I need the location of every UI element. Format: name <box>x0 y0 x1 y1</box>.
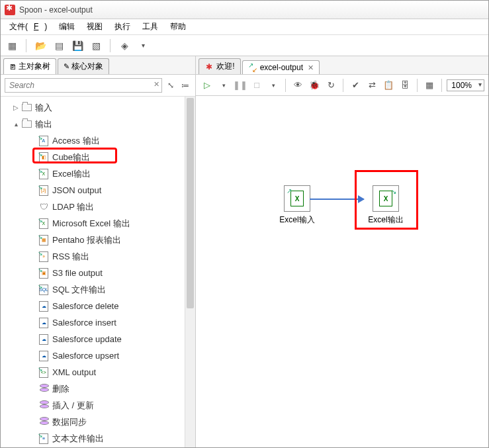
stop-button[interactable]: □ <box>249 78 264 93</box>
step-icon: X↘ <box>38 168 50 180</box>
tree-item-sf-insert[interactable]: ☁Salesforce insert <box>3 314 195 331</box>
node-label: Excel输出 <box>368 214 403 226</box>
preview-button[interactable]: 👁 <box>290 78 305 93</box>
tree-item-access[interactable]: A↘Access 输出 <box>3 132 195 149</box>
sidebar-tabs: 🖹 主对象树 ✎ 核心对象 <box>1 56 195 75</box>
tree-item-excel[interactable]: X↘Excel输出 <box>3 165 195 182</box>
tree-item-xml[interactable]: <>↘XML output <box>3 364 195 381</box>
tree-item-ldap[interactable]: 🛡LDAP 输出 <box>3 199 195 215</box>
menu-edit[interactable]: 编辑 <box>53 20 81 34</box>
step-icon: ☁ <box>38 334 50 345</box>
tree-item-textfile[interactable]: ≡↘文本文件输出 <box>3 430 195 447</box>
tree-item-rss[interactable]: »↘RSS 输出 <box>3 248 195 265</box>
stop-dropdown[interactable]: ▾ <box>266 78 281 93</box>
expand-icon[interactable]: ▷ <box>11 104 21 111</box>
tree-item-pentaho[interactable]: ▦↘Pentaho 报表输出 <box>3 232 195 248</box>
tab-welcome[interactable]: ✱ 欢迎! <box>199 58 240 74</box>
tree-item-sync[interactable]: 数据同步 <box>3 414 195 430</box>
save-as-button[interactable]: ▧ <box>89 38 103 53</box>
step-icon: X↘ <box>38 218 50 230</box>
tab-excel-output[interactable]: ↗↙ excel-output ✕ <box>242 60 320 74</box>
canvas[interactable]: X ↗ Excel输入 X ↘ Excel输出 <box>196 96 488 447</box>
perspective-button[interactable]: ◈ <box>117 38 132 53</box>
menubar: 文件(F) 编辑 视图 执行 工具 帮助 <box>1 19 488 35</box>
welcome-icon: ✱ <box>204 62 214 71</box>
menu-view[interactable]: 视图 <box>81 20 109 34</box>
perspective-dropdown[interactable]: ▾ <box>136 38 150 53</box>
menu-run[interactable]: 执行 <box>109 20 136 34</box>
step-icon <box>38 383 50 395</box>
explore-button[interactable]: ▤ <box>52 38 66 53</box>
pencil-icon: ✎ <box>64 62 69 71</box>
collapse-all-button[interactable]: ≔ <box>179 79 191 91</box>
content-area: ✱ 欢迎! ↗↙ excel-output ✕ ▷ ▾ ❚❚ □ ▾ 👁 🐞 ↻… <box>196 56 488 447</box>
run-options-dropdown[interactable]: ▾ <box>216 78 231 93</box>
close-tab-icon[interactable]: ✕ <box>308 64 314 72</box>
content-tabs: ✱ 欢迎! ↗↙ excel-output ✕ <box>196 56 488 75</box>
show-results-button[interactable]: ▦ <box>422 78 437 93</box>
tree-item-msexcel[interactable]: X↘Microsoft Excel 输出 <box>3 215 195 232</box>
step-icon: ☁ <box>38 300 50 312</box>
tree-item-sf-update[interactable]: ☁Salesforce update <box>3 331 195 347</box>
step-icon: ◧↘ <box>38 152 50 163</box>
step-icon <box>38 400 50 412</box>
node-label: Excel输入 <box>279 214 314 226</box>
debug-button[interactable]: 🐞 <box>307 78 322 93</box>
replay-button[interactable]: ↻ <box>324 78 338 93</box>
sql-button[interactable]: 📋 <box>381 78 396 93</box>
menu-help[interactable]: 帮助 <box>164 20 192 34</box>
save-button[interactable]: 💾 <box>70 38 85 53</box>
step-icon: ☁ <box>38 350 50 362</box>
expand-all-button[interactable]: ⤡ <box>165 79 177 91</box>
menu-file[interactable]: 文件(F) <box>3 20 53 34</box>
explore-db-button[interactable]: 🗄 <box>398 78 412 93</box>
new-transformation-button[interactable]: ▦ <box>5 38 19 53</box>
step-icon: 🛡 <box>38 201 50 213</box>
open-button[interactable]: 📂 <box>33 38 48 53</box>
search-input[interactable] <box>5 78 162 93</box>
step-icon: ▦↘ <box>38 234 50 246</box>
impact-button[interactable]: ⇄ <box>365 78 379 93</box>
step-icon: »↘ <box>38 251 50 263</box>
verify-button[interactable]: ✔ <box>348 78 363 93</box>
tree-item-insert-update[interactable]: 插入 / 更新 <box>3 397 195 414</box>
window-title: Spoon - excel-output <box>19 5 93 15</box>
tree-item-json[interactable]: {J}↘JSON output <box>3 182 195 199</box>
tree-folder-output[interactable]: ▴ 输出 <box>3 116 195 132</box>
tree-folder-input[interactable]: ▷ 输入 <box>3 99 195 116</box>
step-icon: <>↘ <box>38 367 50 379</box>
clear-search-icon[interactable]: ✕ <box>154 80 159 89</box>
folder-icon <box>21 102 32 114</box>
tree-item-sf-upsert[interactable]: ☁Salesforce upsert <box>3 347 195 364</box>
node-icon: X ↗ <box>284 185 310 212</box>
collapse-icon[interactable]: ▴ <box>11 120 21 128</box>
search-box: ✕ <box>5 78 162 93</box>
transformation-icon: ↗↙ <box>248 63 257 72</box>
node-excel-input[interactable]: X ↗ Excel输入 <box>279 185 314 226</box>
step-icon: A↘ <box>38 135 50 147</box>
menu-tools[interactable]: 工具 <box>136 20 164 34</box>
tree-item-delete[interactable]: 删除 <box>3 381 195 397</box>
tree-view: ▷ 输入 ▴ 输出 A↘Access 输出 ◧↘Cube输出 X↘Excel输出… <box>1 97 195 447</box>
folder-icon <box>21 118 32 130</box>
zoom-select[interactable]: 100% <box>447 79 484 91</box>
tree-item-sf-delete[interactable]: ☁Salesforce delete <box>3 298 195 314</box>
step-icon: ▣↘ <box>38 267 50 279</box>
tab-core-objects[interactable]: ✎ 核心对象 <box>58 58 109 74</box>
pause-button[interactable]: ❚❚ <box>233 78 247 93</box>
tree-item-cube[interactable]: ◧↘Cube输出 <box>3 149 195 165</box>
hop-arrow[interactable] <box>310 199 364 200</box>
tab-main-tree[interactable]: 🖹 主对象树 <box>3 58 56 74</box>
tree-item-sql[interactable]: SQL↘SQL 文件输出 <box>3 281 195 298</box>
canvas-toolbar: ▷ ▾ ❚❚ □ ▾ 👁 🐞 ↻ ✔ ⇄ 📋 🗄 ▦ 100% <box>196 75 488 96</box>
run-button[interactable]: ▷ <box>200 78 214 93</box>
tree-icon: 🖹 <box>9 63 17 71</box>
tree-scrollbar[interactable] <box>185 97 195 447</box>
main-area: 🖹 主对象树 ✎ 核心对象 ✕ ⤡ ≔ ▷ 输入 ▴ <box>1 56 488 447</box>
app-icon <box>5 5 15 15</box>
step-icon <box>38 416 50 428</box>
sidebar: 🖹 主对象树 ✎ 核心对象 ✕ ⤡ ≔ ▷ 输入 ▴ <box>1 56 196 447</box>
tree-item-s3[interactable]: ▣↘S3 file output <box>3 265 195 281</box>
main-toolbar: ▦ 📂 ▤ 💾 ▧ ◈ ▾ <box>1 35 488 56</box>
node-excel-output[interactable]: X ↘ Excel输出 <box>368 185 403 226</box>
